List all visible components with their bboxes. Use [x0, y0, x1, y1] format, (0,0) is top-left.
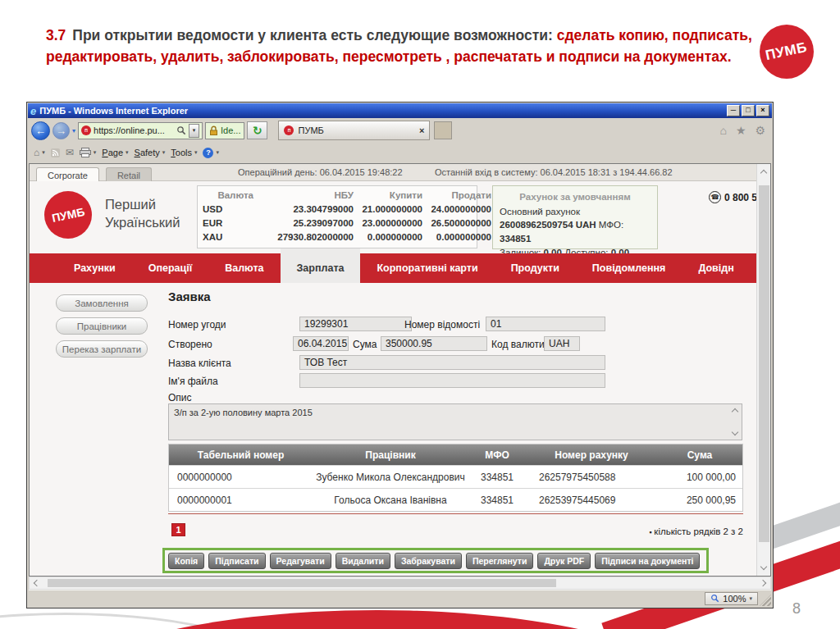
- zoom-dropdown-icon[interactable]: ▾: [749, 595, 752, 602]
- scroll-left-icon[interactable]: [34, 580, 40, 586]
- home-menu-button[interactable]: ⌂▾: [34, 147, 45, 158]
- bank-name: Перший Український: [105, 195, 180, 232]
- action-button[interactable]: Підписати: [208, 553, 265, 569]
- action-button[interactable]: Забракувати: [395, 553, 462, 569]
- statement-number-field[interactable]: 01: [486, 317, 605, 331]
- certificate-badge[interactable]: Ide...: [205, 122, 244, 139]
- contract-number-field[interactable]: 19299301: [299, 317, 412, 331]
- nav-tab[interactable]: Рахунки: [57, 253, 132, 283]
- action-button[interactable]: Редагувати: [270, 553, 331, 569]
- page-menu[interactable]: Page▾: [102, 148, 128, 157]
- phone-icon: ☎: [709, 191, 721, 203]
- env-tab[interactable]: Corporate: [36, 167, 99, 182]
- description-label: Опис: [168, 392, 192, 403]
- page-number: 8: [792, 600, 801, 618]
- app-header: ПУМБ Перший Український ВалютаНБУКупитиП…: [30, 181, 758, 253]
- back-button[interactable]: ←: [31, 121, 50, 140]
- print-menu-button[interactable]: ▾: [80, 148, 97, 157]
- refresh-button[interactable]: ↻: [247, 121, 267, 139]
- currency-code-field[interactable]: UAH: [544, 336, 580, 351]
- action-button[interactable]: Видалити: [336, 553, 390, 569]
- scroll-right-icon[interactable]: [760, 580, 766, 586]
- currency-code-label: Код валюти: [491, 339, 545, 350]
- action-button[interactable]: Підписи на документі: [595, 553, 700, 569]
- env-tab[interactable]: Retail: [106, 167, 152, 182]
- sidebar-button[interactable]: Замовлення: [56, 294, 148, 312]
- sidebar-button[interactable]: Працівники: [56, 317, 148, 335]
- url-field[interactable]: П https://online.pu... ▾: [78, 122, 203, 139]
- ie-icon: e: [30, 106, 36, 116]
- tab-close-icon[interactable]: ×: [419, 125, 424, 135]
- mail-icon[interactable]: ✉: [66, 147, 74, 158]
- action-button[interactable]: Переглянути: [466, 553, 533, 569]
- horizontal-scroll-thumb[interactable]: [48, 579, 556, 587]
- statement-number-label: Номер відомості: [404, 319, 480, 330]
- section-divider: [168, 513, 743, 514]
- safety-menu[interactable]: Safety▾: [135, 148, 166, 157]
- help-menu[interactable]: ?▾: [203, 148, 219, 158]
- resize-grip[interactable]: [760, 595, 771, 606]
- nav-tab[interactable]: Операції: [132, 253, 209, 283]
- environment-tabs: CorporateRetail Операційний день: 06.04.…: [30, 164, 770, 181]
- table-row[interactable]: 0000000001Гольоса Оксана Іванівна3348512…: [169, 488, 742, 511]
- amount-field[interactable]: 350000.95: [381, 336, 487, 351]
- created-field[interactable]: 06.04.2015: [293, 336, 349, 351]
- nav-tab[interactable]: Довідн: [682, 253, 750, 283]
- slide-title-number: 3.7: [46, 27, 66, 43]
- account-name: Основний рахунок: [500, 205, 651, 219]
- forward-button[interactable]: →: [52, 122, 70, 139]
- status-bar: 100% ▾: [29, 590, 771, 606]
- employees-table: Табельний номерПрацівникМФОНомер рахунку…: [168, 444, 743, 512]
- hotline-phone: ☎ 0 800 5: [709, 191, 756, 203]
- new-tab-button[interactable]: [434, 121, 452, 139]
- scroll-up-icon[interactable]: [760, 170, 767, 176]
- scroll-down-icon[interactable]: [732, 429, 738, 435]
- description-textarea[interactable]: З/п за 2-ую половину марта 2015: [168, 403, 742, 440]
- search-icon[interactable]: [176, 125, 186, 135]
- rates-header-cell: НБУ: [253, 189, 354, 203]
- close-button[interactable]: ×: [756, 105, 769, 116]
- actions-toolbar-highlight: КопіяПідписатиРедагуватиВидалитиЗабракув…: [162, 548, 709, 573]
- employees-header-cell: Працівник: [313, 449, 468, 461]
- rows-count: ▪кількість рядків 2 з 2: [168, 526, 743, 536]
- address-bar: ← → ▾ П https://online.pu... ▾ Ide... ↻ …: [28, 118, 772, 143]
- url-dropdown-button[interactable]: ▾: [189, 124, 199, 138]
- nav-tab[interactable]: Продукти: [495, 253, 576, 283]
- default-account-box: Рахунок за умовчанням Основний рахунок 2…: [492, 185, 658, 249]
- nav-tab[interactable]: Корпоративні карти: [360, 253, 494, 283]
- settings-gear-icon[interactable]: ⚙: [755, 124, 765, 137]
- zoom-magnifier-icon: [710, 594, 719, 603]
- client-name-field[interactable]: ТОВ Тест: [299, 355, 605, 370]
- vertical-scroll-thumb[interactable]: [759, 185, 769, 542]
- history-dropdown-icon[interactable]: ▾: [72, 127, 75, 134]
- browser-window: e ПУМБ - Windows Internet Explorer ─ □ ×…: [26, 102, 774, 608]
- home-icon[interactable]: ⌂: [719, 124, 726, 137]
- created-label: Створено: [168, 339, 212, 350]
- rates-header-cell: Купити: [354, 189, 422, 203]
- zoom-control[interactable]: 100% ▾: [705, 592, 758, 605]
- help-icon: ?: [203, 148, 213, 158]
- nav-tab[interactable]: Валюта: [208, 253, 280, 283]
- scroll-down-icon[interactable]: [760, 563, 767, 570]
- horizontal-scrollbar[interactable]: [29, 577, 771, 590]
- nav-tab[interactable]: Повідомлення: [576, 253, 682, 283]
- account-number-line: 26008962509754 UAH МФО: 334851: [500, 218, 651, 245]
- action-button[interactable]: Копія: [168, 553, 204, 569]
- browser-titlebar[interactable]: e ПУМБ - Windows Internet Explorer ─ □ ×: [28, 103, 772, 118]
- rates-row: XAU27930.8020000000.0000000000.000000000: [203, 230, 472, 244]
- nav-tab[interactable]: Зарплата: [281, 248, 361, 283]
- browser-tab[interactable]: П ПУМБ ×: [278, 121, 430, 140]
- action-button[interactable]: Друк PDF: [537, 553, 591, 569]
- sidebar-button[interactable]: Переказ зарплати: [56, 340, 148, 358]
- file-name-field[interactable]: [299, 373, 605, 388]
- tools-menu[interactable]: Tools▾: [171, 148, 197, 157]
- employees-header-cell: Номер рахунку: [526, 449, 657, 461]
- table-row[interactable]: 0000000000Зубенко Микола Олександрович33…: [169, 465, 742, 488]
- favorites-star-icon[interactable]: ★: [736, 124, 746, 137]
- rss-icon[interactable]: [51, 148, 60, 157]
- scroll-up-icon[interactable]: [732, 408, 738, 415]
- maximize-button[interactable]: □: [742, 105, 755, 116]
- url-text[interactable]: https://online.pu...: [94, 125, 174, 135]
- minimize-button[interactable]: ─: [727, 105, 740, 116]
- vertical-scrollbar[interactable]: [756, 164, 770, 576]
